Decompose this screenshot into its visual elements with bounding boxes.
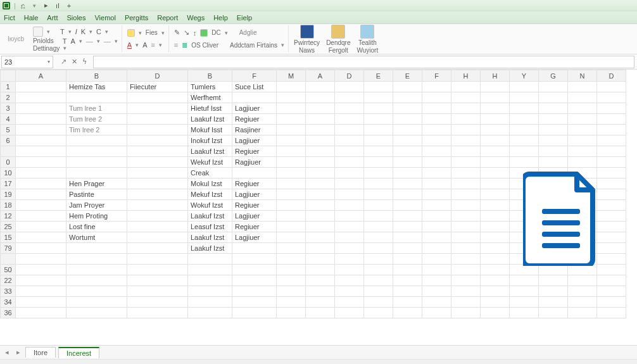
cell[interactable]: [335, 135, 364, 146]
cell[interactable]: [568, 92, 597, 103]
cell[interactable]: [393, 82, 422, 92]
cell[interactable]: [16, 92, 66, 103]
cell[interactable]: [481, 275, 510, 286]
cell[interactable]: Laakuf Izst: [188, 146, 232, 157]
cell[interactable]: [306, 243, 335, 254]
col-hdr[interactable]: F: [422, 70, 451, 82]
cell[interactable]: Hen Prager: [66, 179, 127, 189]
cell[interactable]: [597, 275, 626, 286]
cell[interactable]: [335, 200, 364, 211]
cell[interactable]: [393, 254, 422, 265]
cell[interactable]: [422, 254, 451, 265]
cell[interactable]: [335, 114, 364, 125]
cell[interactable]: Laakuf Izst: [188, 232, 232, 243]
cell[interactable]: [277, 82, 306, 92]
cell[interactable]: Lagjiuer: [232, 135, 277, 146]
select-all-corner[interactable]: [1, 70, 16, 82]
cell[interactable]: Lagjiuer: [232, 103, 277, 114]
cell[interactable]: [127, 243, 188, 254]
cell[interactable]: [481, 135, 510, 146]
cell[interactable]: [127, 200, 188, 211]
cell[interactable]: [568, 211, 597, 222]
cell[interactable]: [306, 275, 335, 286]
col-hdr[interactable]: M: [277, 70, 306, 82]
cell[interactable]: [451, 211, 481, 222]
ribbon-btn-pwntecy[interactable]: Pwirrtecy Naws: [294, 25, 320, 54]
cell[interactable]: [306, 168, 335, 179]
cell[interactable]: [481, 146, 510, 157]
cell[interactable]: [481, 308, 510, 318]
cell[interactable]: [232, 168, 277, 179]
cell[interactable]: [510, 265, 539, 275]
row-hdr[interactable]: 6: [1, 135, 16, 146]
cell[interactable]: [16, 275, 66, 286]
cell[interactable]: [481, 114, 510, 125]
cell[interactable]: [127, 135, 188, 146]
row-hdr[interactable]: 0: [1, 157, 16, 168]
table-row[interactable]: 17Hen PragerMokul IzstRegiuer: [1, 179, 626, 189]
cell[interactable]: [188, 297, 232, 308]
cell[interactable]: [364, 125, 393, 135]
cell[interactable]: [597, 232, 626, 243]
cell[interactable]: [306, 125, 335, 135]
cell[interactable]: [539, 254, 568, 265]
cell[interactable]: [306, 157, 335, 168]
cell[interactable]: [481, 243, 510, 254]
row-hdr[interactable]: 33: [1, 286, 16, 297]
cell[interactable]: [481, 211, 510, 222]
cell[interactable]: [510, 157, 539, 168]
cell[interactable]: [306, 179, 335, 189]
cell[interactable]: [306, 146, 335, 157]
cell[interactable]: [335, 92, 364, 103]
cell[interactable]: [510, 146, 539, 157]
cell[interactable]: [510, 114, 539, 125]
cell[interactable]: [232, 254, 277, 265]
cell[interactable]: [16, 232, 66, 243]
cell[interactable]: [335, 297, 364, 308]
cell[interactable]: [364, 157, 393, 168]
cell[interactable]: [364, 243, 393, 254]
fx-icon-2[interactable]: ✕: [72, 58, 77, 66]
cell[interactable]: [539, 82, 568, 92]
cell[interactable]: [277, 157, 306, 168]
cell[interactable]: [16, 168, 66, 179]
cell[interactable]: [364, 114, 393, 125]
cell[interactable]: [335, 125, 364, 135]
cell[interactable]: [306, 200, 335, 211]
cell[interactable]: [364, 222, 393, 232]
cell[interactable]: [510, 275, 539, 286]
cell[interactable]: [306, 297, 335, 308]
cell[interactable]: [510, 222, 539, 232]
cell[interactable]: [481, 82, 510, 92]
cell[interactable]: [510, 82, 539, 92]
horizontal-scrollbar[interactable]: [0, 359, 637, 364]
cell[interactable]: [335, 275, 364, 286]
sheet-tab-incerest[interactable]: Incerest: [58, 347, 99, 358]
cell[interactable]: [510, 297, 539, 308]
sheet-tab-itore[interactable]: Itore: [25, 347, 56, 358]
cell[interactable]: [364, 265, 393, 275]
row-hdr[interactable]: 34: [1, 297, 16, 308]
row-hdr[interactable]: [1, 254, 16, 265]
cell[interactable]: [277, 179, 306, 189]
cell[interactable]: [422, 265, 451, 275]
cell[interactable]: [422, 308, 451, 318]
row-hdr[interactable]: 4: [1, 114, 16, 125]
cell[interactable]: [568, 157, 597, 168]
cell[interactable]: Wokuf Izst: [188, 200, 232, 211]
cell[interactable]: [16, 297, 66, 308]
cell[interactable]: [16, 82, 66, 92]
cell[interactable]: [539, 308, 568, 318]
cell[interactable]: [568, 189, 597, 200]
cell[interactable]: [422, 92, 451, 103]
cell[interactable]: [597, 82, 626, 92]
cell[interactable]: [393, 92, 422, 103]
cell[interactable]: [510, 232, 539, 243]
cell[interactable]: [66, 168, 127, 179]
tab-nav-left[interactable]: ◂: [3, 348, 11, 356]
cell[interactable]: [66, 275, 127, 286]
row-hdr[interactable]: 19: [1, 189, 16, 200]
cell[interactable]: [306, 308, 335, 318]
cell[interactable]: [306, 265, 335, 275]
cell[interactable]: [364, 308, 393, 318]
